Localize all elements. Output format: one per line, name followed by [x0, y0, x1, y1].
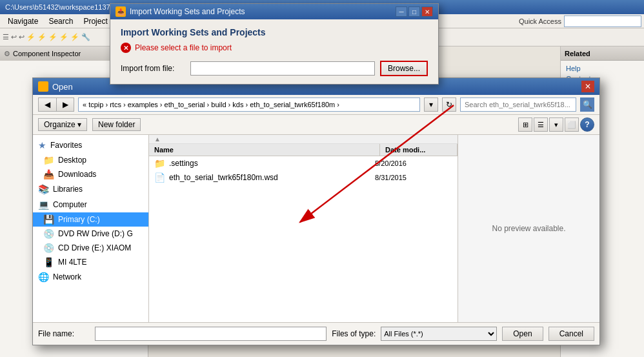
help-btn[interactable]: ?: [580, 117, 594, 132]
view-controls: ⊞ ☰ ▾ ⬜ ?: [518, 117, 594, 132]
tree-downloads[interactable]: 📥 Downloads: [33, 167, 148, 181]
dialog-bottom: File name: Files of type: All Files (*.*…: [33, 322, 599, 345]
nav-buttons: ◀ ▶: [38, 97, 74, 112]
preview-area: No preview available.: [458, 135, 599, 322]
preview-text: No preview available.: [492, 224, 565, 233]
related-label: Related: [565, 50, 590, 57]
import-from-label: Import from file:: [121, 64, 185, 73]
dialog-toolbar: Organize ▾ New folder ⊞ ☰ ▾ ⬜ ?: [33, 115, 599, 135]
tree-mi4lte[interactable]: 📱 MI 4LTE: [33, 255, 148, 269]
address-path-text: « tcpip › rtcs › examples › eth_to_seria…: [83, 101, 339, 108]
date-column-header[interactable]: Date modi...: [380, 144, 458, 156]
file-list-header: Name Date modi...: [149, 144, 458, 156]
back-btn[interactable]: ◀: [38, 97, 56, 112]
tree-libraries-header[interactable]: 📚 Libraries: [33, 181, 148, 197]
tree-network-label: Network: [53, 272, 81, 281]
organize-button[interactable]: Organize ▾: [38, 118, 87, 131]
error-icon: ✕: [121, 43, 131, 53]
cancel-button[interactable]: Cancel: [548, 327, 594, 341]
search-input[interactable]: [460, 97, 576, 112]
name-column-header[interactable]: Name: [149, 144, 380, 156]
open-button[interactable]: Open: [502, 327, 543, 341]
dialog-window-controls: ─ □ ✕: [396, 6, 433, 17]
import-dialog-heading: Import Working Sets and Projects: [121, 27, 428, 37]
related-header: Related: [561, 46, 644, 61]
file-name-text-settings: .settings: [169, 159, 198, 168]
search-submit-btn[interactable]: 🔍: [580, 97, 594, 112]
import-file-row: Import from file: Browse...: [121, 61, 428, 76]
address-bar: ◀ ▶ « tcpip › rtcs › examples › eth_to_s…: [33, 95, 599, 115]
open-dialog-close-btn[interactable]: ✕: [581, 81, 594, 92]
tree-favorites-label: Favorites: [50, 141, 82, 150]
open-dialog-icon: [38, 81, 48, 92]
file-browser: ★ Favorites 📁 Desktop 📥 Downloads 📚 Libr…: [33, 135, 599, 322]
forward-btn[interactable]: ▶: [56, 97, 74, 112]
nav-tree: ★ Favorites 📁 Desktop 📥 Downloads 📚 Libr…: [33, 135, 149, 322]
import-dialog-titlebar: 📥 Import Working Sets and Projects ─ □ ✕: [110, 4, 438, 19]
file-list: ▲ Name Date modi... 📁 .settings 5/20/201…: [149, 135, 458, 322]
file-name-text-wsd: eth_to_serial_twrk65f180m.wsd: [169, 173, 278, 182]
menu-project[interactable]: Project: [78, 15, 112, 27]
view-list-btn[interactable]: ☰: [534, 117, 548, 132]
dialog-maximize-btn[interactable]: □: [408, 6, 420, 17]
browse-button[interactable]: Browse...: [380, 61, 428, 76]
window-title: C:\Users\b51432\workspace1137.kds: [5, 3, 123, 11]
menu-search[interactable]: Search: [43, 15, 78, 27]
component-inspector-label: Component Inspector: [13, 50, 81, 57]
tree-libraries-label: Libraries: [53, 185, 83, 194]
import-dialog-icon: 📥: [116, 6, 126, 17]
tree-dvd-label: DVD RW Drive (D:) G: [58, 229, 133, 238]
tree-network-header[interactable]: 🌐 Network: [33, 269, 148, 285]
address-dropdown-btn[interactable]: ▾: [424, 97, 438, 112]
quick-access-area: Quick Access: [519, 15, 641, 27]
file-name-settings: 📁 .settings: [154, 158, 375, 168]
file-date-settings: 5/20/2016: [375, 159, 452, 167]
file-row-settings[interactable]: 📁 .settings 5/20/2016: [149, 156, 458, 170]
open-dialog-title-text: Open: [52, 82, 73, 92]
view-extra-btn[interactable]: ⊞: [518, 117, 532, 132]
tree-downloads-label: Downloads: [58, 170, 96, 179]
refresh-btn[interactable]: ↻: [442, 97, 456, 112]
tree-favorites-header[interactable]: ★ Favorites: [33, 138, 148, 153]
tree-desktop-label: Desktop: [58, 156, 86, 165]
file-date-wsd: 8/31/2015: [375, 174, 452, 181]
import-error-row: ✕ Please select a file to import: [121, 43, 428, 53]
import-dialog-content: Import Working Sets and Projects ✕ Pleas…: [110, 19, 438, 84]
file-name-wsd: 📄 eth_to_serial_twrk65f180m.wsd: [154, 172, 375, 183]
tree-cd-drive[interactable]: 💿 CD Drive (E:) XIAOM: [33, 241, 148, 255]
view-dropdown-btn[interactable]: ▾: [549, 117, 563, 132]
dialog-minimize-btn[interactable]: ─: [396, 6, 407, 17]
menu-navigate[interactable]: Navigate: [3, 15, 43, 27]
tree-dvd-drive[interactable]: 💿 DVD RW Drive (D:) G: [33, 227, 148, 241]
tree-computer-header[interactable]: 💻 Computer: [33, 197, 148, 212]
import-dialog: 📥 Import Working Sets and Projects ─ □ ✕…: [110, 3, 439, 85]
tree-cd-label: CD Drive (E:) XIAOM: [58, 243, 131, 252]
quick-access-label: Quick Access: [519, 17, 561, 25]
tree-desktop[interactable]: 📁 Desktop: [33, 153, 148, 167]
view-fullscreen-btn[interactable]: ⬜: [565, 117, 579, 132]
tree-primary-label: Primary (C:): [58, 215, 100, 224]
import-dialog-title: Import Working Sets and Projects: [130, 7, 245, 16]
filename-input[interactable]: [95, 327, 327, 341]
dialog-close-btn[interactable]: ✕: [421, 6, 433, 17]
right-panel-item-help[interactable]: Help: [563, 63, 641, 74]
import-file-input[interactable]: [190, 61, 375, 76]
address-path[interactable]: « tcpip › rtcs › examples › eth_to_seria…: [78, 97, 420, 112]
tree-primary-drive[interactable]: 💾 Primary (C:): [33, 212, 148, 227]
filetype-label-text: Files of type:: [332, 329, 376, 338]
tree-mi4lte-label: MI 4LTE: [58, 258, 86, 267]
new-folder-button[interactable]: New folder: [92, 118, 141, 131]
filetype-select[interactable]: All Files (*.*): [381, 327, 497, 341]
filename-label: File name:: [38, 329, 90, 338]
quick-access-input[interactable]: [564, 15, 641, 27]
file-row-wsd[interactable]: 📄 eth_to_serial_twrk65f180m.wsd 8/31/201…: [149, 170, 458, 185]
error-text: Please select a file to import: [135, 43, 232, 52]
tree-computer-label: Computer: [53, 200, 87, 209]
open-file-dialog: Open ✕ ◀ ▶ « tcpip › rtcs › examples › e…: [32, 77, 600, 345]
